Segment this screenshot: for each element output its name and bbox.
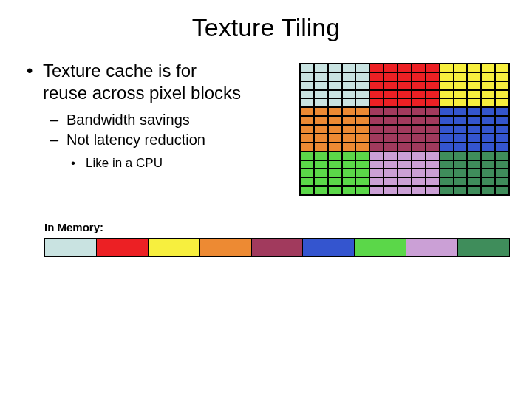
tile-cell: [398, 134, 412, 143]
tile-cell: [314, 107, 328, 116]
memory-segment: [406, 239, 458, 256]
tile-cell: [369, 81, 383, 90]
tile-cell: [412, 186, 426, 195]
tile-cell: [355, 116, 369, 125]
tile-cell: [314, 81, 328, 90]
tile-cell: [314, 151, 328, 160]
tile-cell: [328, 125, 342, 134]
tile-cell: [314, 143, 328, 151]
tile-cell: [369, 64, 383, 72]
tile-cell: [342, 64, 356, 72]
tile-cell: [355, 64, 369, 72]
tile-cell: [328, 116, 342, 125]
tile-grid: [299, 63, 510, 196]
tile: [440, 64, 509, 107]
bullet-level2-a: Bandwidth savings: [22, 110, 283, 130]
bullet-level1: Texture cache is for reuse across pixel …: [22, 60, 244, 104]
tile-cell: [342, 107, 356, 116]
tile-cell: [398, 72, 412, 81]
tile-cell: [398, 168, 412, 177]
tile-cell: [454, 81, 468, 90]
tile-cell: [398, 98, 412, 107]
tile-cell: [342, 168, 356, 177]
tile-cell: [481, 151, 495, 160]
tile-cell: [383, 168, 398, 177]
tile: [300, 64, 369, 107]
tile-cell: [481, 168, 495, 177]
tile-cell: [328, 64, 342, 72]
tile-cell: [426, 64, 440, 72]
tile-cell: [300, 134, 314, 143]
tile-cell: [426, 72, 440, 81]
tile-cell: [426, 143, 440, 151]
tile-cell: [426, 125, 440, 134]
tile-cell: [412, 81, 426, 90]
tile-cell: [481, 125, 495, 134]
tile-cell: [300, 177, 314, 186]
tile-cell: [383, 125, 398, 134]
tile-cell: [426, 134, 440, 143]
tile-cell: [412, 90, 426, 99]
tile-cell: [454, 143, 468, 151]
tile-cell: [300, 81, 314, 90]
tile-cell: [467, 177, 481, 186]
tile-cell: [300, 64, 314, 72]
tile-cell: [467, 81, 481, 90]
tile-cell: [369, 134, 383, 143]
tile-cell: [369, 107, 383, 116]
tile-cell: [495, 98, 509, 107]
tile-cell: [440, 168, 454, 177]
tile-cell: [398, 177, 412, 186]
tile-cell: [369, 168, 383, 177]
tile-cell: [300, 72, 314, 81]
tile-cell: [383, 64, 398, 72]
tile-cell: [355, 134, 369, 143]
tile-cell: [369, 72, 383, 81]
tile-cell: [440, 125, 454, 134]
tile-cell: [342, 98, 356, 107]
tile-cell: [398, 107, 412, 116]
tile-cell: [328, 151, 342, 160]
slide-title: Texture Tiling: [0, 0, 532, 60]
tile-cell: [440, 160, 454, 169]
tile-cell: [467, 186, 481, 195]
tile-cell: [481, 160, 495, 169]
tile-cell: [440, 151, 454, 160]
tile: [369, 107, 439, 151]
tile: [369, 64, 439, 107]
tile-cell: [495, 125, 509, 134]
tile-cell: [342, 151, 356, 160]
tile-cell: [495, 107, 509, 116]
tile-cell: [314, 134, 328, 143]
tile-cell: [383, 134, 398, 143]
tile-cell: [454, 107, 468, 116]
tile-cell: [355, 72, 369, 81]
tile-cell: [412, 143, 426, 151]
tile-cell: [454, 186, 468, 195]
tile-cell: [495, 186, 509, 195]
tile-cell: [495, 143, 509, 151]
tile-cell: [481, 90, 495, 99]
tile-cell: [454, 64, 468, 72]
memory-segment: [45, 239, 97, 256]
tile-cell: [440, 64, 454, 72]
tile-cell: [412, 160, 426, 169]
tile-cell: [440, 107, 454, 116]
tile-cell: [426, 98, 440, 107]
tile-cell: [426, 186, 440, 195]
tile-cell: [481, 98, 495, 107]
tile-cell: [383, 116, 398, 125]
tile-cell: [481, 177, 495, 186]
tile-cell: [355, 90, 369, 99]
tile-cell: [426, 151, 440, 160]
tile-cell: [383, 160, 398, 169]
tile: [440, 107, 509, 151]
tile-cell: [467, 90, 481, 99]
tile-cell: [495, 72, 509, 81]
tile-cell: [495, 151, 509, 160]
tile-cell: [328, 134, 342, 143]
tile-cell: [467, 125, 481, 134]
tile-cell: [440, 81, 454, 90]
tile-cell: [398, 151, 412, 160]
tile-cell: [440, 72, 454, 81]
